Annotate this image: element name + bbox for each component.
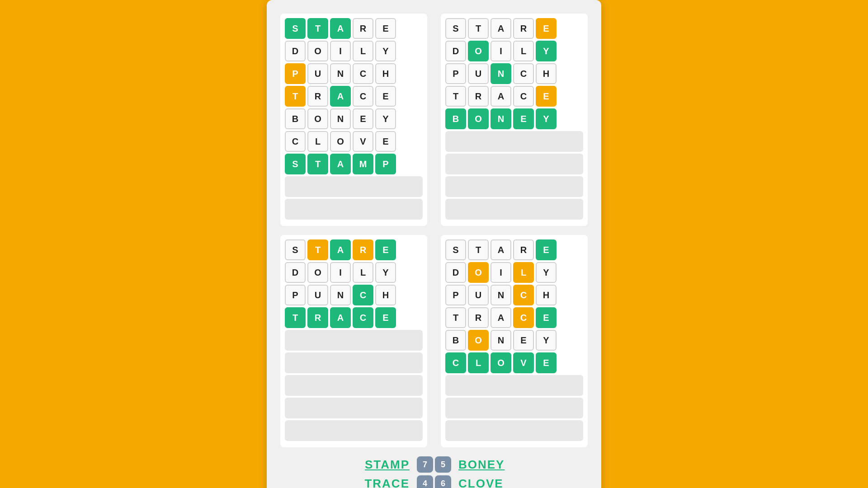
word-label-right[interactable]: CLOVE: [458, 477, 508, 488]
cell: Y: [536, 108, 557, 129]
cell: E: [375, 307, 396, 328]
cell: B: [445, 108, 466, 129]
cell: A: [330, 307, 351, 328]
word-row: BONEY: [285, 108, 423, 129]
cell: O: [491, 352, 511, 373]
cell: L: [353, 41, 373, 61]
cell: E: [375, 131, 396, 152]
empty-row: [445, 199, 583, 220]
cell: N: [491, 108, 511, 129]
empty-row: [285, 352, 423, 373]
main-card: STAREDOILYPUNCHTRACEBONEYCLOVESTAMPSTARE…: [267, 0, 601, 488]
empty-row: [445, 131, 583, 152]
grid-top-left: STAREDOILYPUNCHTRACEBONEYCLOVESTAMP: [280, 14, 427, 226]
cell: R: [513, 18, 534, 39]
cell: T: [285, 307, 306, 328]
score-row: TRACE46CLOVE: [360, 475, 508, 488]
word-label-right[interactable]: BONEY: [458, 458, 508, 472]
word-row: STAMP: [285, 154, 423, 174]
cell: O: [307, 108, 328, 129]
cell: C: [353, 86, 373, 107]
cell: S: [445, 18, 466, 39]
empty-row: [445, 154, 583, 174]
grid-bottom-right: STAREDOILYPUNCHTRACEBONEYCLOVE: [441, 235, 588, 447]
cell: V: [353, 131, 373, 152]
cell: A: [491, 18, 511, 39]
cell: E: [353, 108, 373, 129]
cell: D: [445, 41, 466, 61]
cell: B: [285, 108, 306, 129]
cell: O: [330, 131, 351, 152]
cell: C: [353, 307, 373, 328]
cell: E: [536, 352, 557, 373]
cell: C: [285, 131, 306, 152]
cell: N: [491, 330, 511, 351]
cell: T: [468, 18, 489, 39]
cell: E: [536, 18, 557, 39]
cell: Y: [536, 41, 557, 61]
cell: V: [513, 352, 534, 373]
cell: C: [513, 307, 534, 328]
cell: B: [445, 330, 466, 351]
cell: M: [353, 154, 373, 174]
empty-row: [285, 375, 423, 396]
score-badges: 75: [417, 456, 451, 473]
cell: O: [468, 41, 489, 61]
cell: R: [468, 86, 489, 107]
word-row: TRACE: [445, 307, 583, 328]
cell: C: [353, 285, 373, 305]
cell: E: [375, 86, 396, 107]
cell: Y: [536, 330, 557, 351]
word-row: TRACE: [285, 307, 423, 328]
word-row: STARE: [445, 18, 583, 39]
cell: L: [353, 262, 373, 283]
cell: Y: [375, 41, 396, 61]
cell: O: [468, 330, 489, 351]
word-row: CLOVE: [285, 131, 423, 152]
cell: N: [330, 285, 351, 305]
word-row: DOILY: [445, 262, 583, 283]
cell: E: [536, 86, 557, 107]
cell: E: [513, 108, 534, 129]
word-row: DOILY: [445, 41, 583, 61]
cell: A: [491, 86, 511, 107]
cell: A: [491, 239, 511, 260]
word-label-left[interactable]: TRACE: [360, 477, 410, 488]
cell: P: [285, 63, 306, 84]
cell: O: [468, 262, 489, 283]
word-row: STARE: [285, 239, 423, 260]
cell: I: [330, 262, 351, 283]
cell: C: [445, 352, 466, 373]
cell: N: [491, 285, 511, 305]
cell: O: [307, 41, 328, 61]
cell: E: [536, 239, 557, 260]
word-row: BONEY: [445, 108, 583, 129]
cell: L: [468, 352, 489, 373]
cell: A: [330, 239, 351, 260]
word-row: STARE: [285, 18, 423, 39]
cell: T: [307, 18, 328, 39]
score-badge-2: 5: [435, 456, 451, 473]
word-label-left[interactable]: STAMP: [360, 458, 410, 472]
cell: E: [513, 330, 534, 351]
cell: C: [353, 63, 373, 84]
empty-row: [445, 420, 583, 441]
cell: O: [468, 108, 489, 129]
grids-container: STAREDOILYPUNCHTRACEBONEYCLOVESTAMPSTARE…: [280, 14, 588, 447]
word-row: PUNCH: [445, 285, 583, 305]
grid-bottom-left: STAREDOILYPUNCHTRACE: [280, 235, 427, 447]
word-row: STARE: [445, 239, 583, 260]
bottom-section: STAMP75BONEYTRACE46CLOVE: [280, 456, 588, 488]
word-row: CLOVE: [445, 352, 583, 373]
cell: D: [285, 262, 306, 283]
cell: E: [375, 239, 396, 260]
cell: Y: [375, 262, 396, 283]
cell: L: [513, 262, 534, 283]
word-row: BONEY: [445, 330, 583, 351]
word-row: TRACE: [445, 86, 583, 107]
cell: U: [468, 285, 489, 305]
word-row: PUNCH: [445, 63, 583, 84]
empty-row: [285, 398, 423, 418]
cell: Y: [375, 108, 396, 129]
cell: U: [468, 63, 489, 84]
